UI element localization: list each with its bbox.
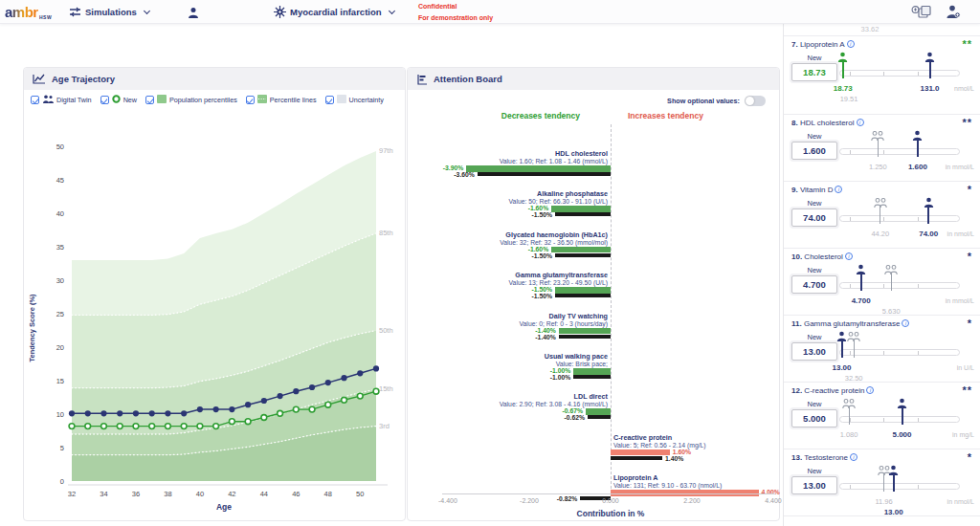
- x-tick-label: 4.400: [765, 497, 782, 504]
- contribution-bar-secondary: [611, 456, 662, 460]
- show-optional-values-toggle[interactable]: [745, 96, 766, 106]
- patient-value-label: 4.700: [852, 296, 871, 305]
- biomarker-item-cholesterol: 10. Cholesteroli*New4.7004.7005.630in mm…: [784, 249, 980, 316]
- contribution-bar-primary: [551, 206, 611, 212]
- new-value-label: New: [791, 132, 837, 141]
- digital-twin-point: [277, 393, 282, 399]
- new-value-input[interactable]: 18.73: [791, 63, 837, 81]
- percentile-label: 15th: [379, 384, 393, 393]
- info-icon[interactable]: i: [850, 453, 858, 461]
- simulations-menu[interactable]: Simulations: [69, 0, 149, 24]
- new-point: [245, 419, 251, 425]
- legend-item-digital-twin[interactable]: Digital Twin: [31, 95, 92, 105]
- primary-pct-label: 4.00%: [762, 489, 780, 495]
- person-icon: [888, 462, 899, 479]
- biomarker-slider[interactable]: [839, 215, 960, 222]
- biomarker-list-panel: 33.62 7. Lipoprotein Ai**New18.7318.7319…: [783, 24, 980, 526]
- contribution-bar-secondary: [559, 335, 611, 339]
- primary-pct-label: -1.00%: [550, 367, 571, 374]
- y-tick-label: 10: [56, 410, 64, 419]
- x-tick-label: 44: [260, 490, 268, 498]
- unit-label: nmol/L: [954, 85, 974, 92]
- new-value-input[interactable]: 4.700: [791, 275, 837, 294]
- contribution-bar-secondary: [555, 253, 611, 257]
- checkbox-checked[interactable]: [100, 96, 109, 104]
- person-icon: [856, 261, 866, 278]
- legend-item-percentile-lines[interactable]: Percentile lines: [246, 95, 317, 105]
- new-point: [213, 424, 219, 429]
- y-tick-label: 5: [60, 444, 64, 452]
- biomarker-slider[interactable]: [839, 70, 960, 77]
- x-tick-label: 50: [356, 490, 364, 498]
- significance-stars: **: [962, 38, 972, 50]
- info-icon[interactable]: i: [845, 252, 853, 260]
- legend-item-new[interactable]: New: [100, 95, 137, 105]
- new-value-input[interactable]: 13.00: [791, 342, 837, 361]
- primary-pct-label: -1.50%: [532, 286, 553, 293]
- digital-twin-point: [261, 398, 267, 404]
- digital-twin-point: [133, 410, 139, 416]
- secondary-pct-label: -3.60%: [454, 171, 475, 178]
- duplicate-scenario-button[interactable]: [911, 0, 932, 24]
- digital-twin-point: [229, 406, 234, 412]
- app-logo[interactable]: ambr HSW: [5, 0, 38, 24]
- legend-item-population-percentiles[interactable]: Population percentiles: [145, 95, 237, 105]
- info-icon[interactable]: i: [866, 386, 874, 394]
- checkbox-checked[interactable]: [325, 96, 334, 104]
- biomarker-slider[interactable]: [839, 483, 960, 490]
- biomarker-slider[interactable]: [839, 282, 960, 289]
- checkbox-checked[interactable]: [145, 96, 154, 104]
- attention-row-alkaline-phosphatase: Alkaline phosphataseValue: 50; Ref: 66.3…: [408, 189, 781, 230]
- slider-tick: [918, 217, 919, 221]
- row-label: Glycated haemoglobin (HbA1c): [505, 230, 608, 239]
- x-tick-label: 36: [132, 490, 140, 498]
- new-value-input[interactable]: 1.600: [791, 142, 837, 160]
- patient-button[interactable]: [188, 0, 199, 24]
- digital-twin-point: [213, 406, 219, 412]
- y-tick-label: 0: [60, 477, 64, 486]
- green-square-icon: [157, 95, 167, 105]
- biomarker-name: 10. Cholesteroli: [791, 252, 853, 261]
- new-value-input[interactable]: 5.000: [791, 409, 837, 427]
- info-icon[interactable]: i: [835, 186, 842, 193]
- population-value-label: 32.50: [845, 374, 863, 383]
- biomarker-slider[interactable]: [839, 349, 960, 356]
- slider-tick: [850, 485, 851, 489]
- attention-panel-title: Attention Board: [434, 74, 502, 84]
- person-plus-icon: [946, 5, 961, 19]
- add-patient-button[interactable]: [946, 0, 961, 24]
- info-icon[interactable]: i: [847, 40, 855, 48]
- row-value-ref: Value: 5; Ref: 0.56 - 2.14 (mg/L): [613, 442, 706, 449]
- unit-label: in nmol/L: [947, 230, 974, 237]
- disease-icon: [274, 6, 286, 18]
- unit-label: in mmol/L: [946, 297, 974, 304]
- attention-row-ldl-direct: LDL directValue: 2.90; Ref: 3.08 - 4.16 …: [408, 392, 781, 432]
- legend-item-uncertainty[interactable]: Uncertainty: [325, 95, 384, 105]
- new-value-input[interactable]: 74.00: [791, 208, 837, 227]
- contribution-bar-primary: [611, 449, 670, 456]
- patient-value-label: 1.600: [908, 163, 927, 171]
- contribution-bar-primary: [573, 368, 611, 375]
- biomarker-slider[interactable]: [839, 148, 960, 155]
- unit-label: in mg/L: [952, 431, 974, 438]
- checkbox-checked[interactable]: [31, 96, 39, 104]
- biomarker-slider[interactable]: [839, 416, 960, 423]
- contribution-bar-secondary: [573, 375, 611, 379]
- row-label: Gamma glutamyltransferase: [515, 271, 608, 279]
- biomarker-name: 13. Testosteronei: [791, 453, 858, 462]
- attention-row-glycated-haemoglobin-hba1c-: Glycated haemoglobin (HbA1c)Value: 32; R…: [408, 230, 781, 271]
- info-icon[interactable]: i: [902, 319, 909, 327]
- disease-selector[interactable]: Myocardial infarction: [274, 0, 394, 24]
- legend-label: Population percentiles: [169, 96, 237, 104]
- slider-tick: [883, 351, 884, 355]
- new-value-input[interactable]: 13.00: [791, 476, 837, 494]
- person-icon: [924, 49, 935, 66]
- digital-twin-point: [100, 410, 106, 416]
- row-value-ref: Value: 50; Ref: 66.30 - 91.10 (U/L): [509, 198, 608, 205]
- digital-twin-point: [117, 410, 122, 416]
- x-tick-label: 42: [228, 490, 235, 498]
- disease-label: Myocardial infarction: [290, 7, 382, 17]
- info-icon[interactable]: i: [857, 119, 864, 126]
- age-panel-header: Age Trajectory: [24, 68, 405, 90]
- checkbox-checked[interactable]: [246, 96, 255, 104]
